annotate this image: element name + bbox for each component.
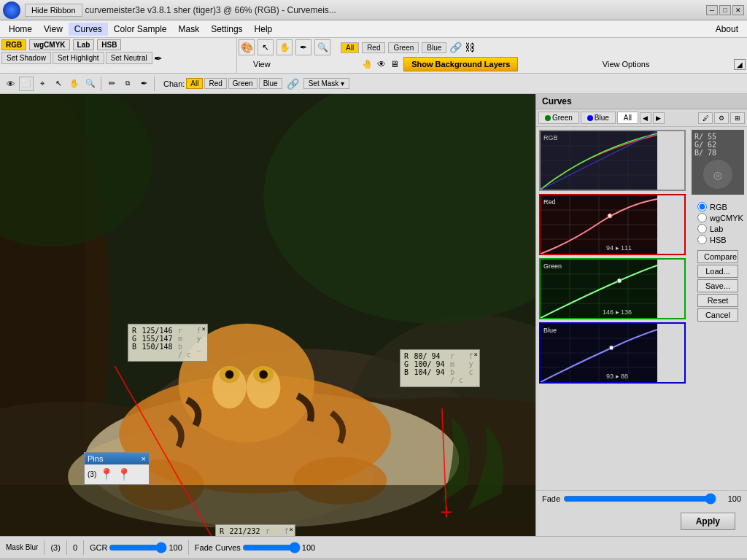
pan-icon[interactable]: ✋ bbox=[276, 39, 293, 55]
svg-point-59 bbox=[609, 346, 614, 350]
color-mode-hsb[interactable]: HSB bbox=[97, 39, 121, 50]
pin-icon-1[interactable]: 📍 bbox=[99, 467, 114, 481]
r-value: 55 bbox=[708, 133, 716, 141]
menu-curves[interactable]: Curves bbox=[69, 23, 108, 36]
close-button[interactable]: ✕ bbox=[732, 5, 744, 15]
copy-icon[interactable]: ⧉ bbox=[120, 77, 135, 91]
menu-color-sample[interactable]: Color Sample bbox=[108, 23, 173, 36]
save-button[interactable]: Save... bbox=[697, 279, 738, 292]
apply-button[interactable]: Apply bbox=[681, 513, 735, 530]
cancel-button[interactable]: Cancel bbox=[697, 308, 738, 322]
pencil-icon[interactable]: ✏ bbox=[104, 77, 119, 91]
radio-rgb[interactable]: RGB bbox=[697, 202, 738, 211]
curves-tool-3[interactable]: ⊞ bbox=[730, 112, 745, 124]
menu-about[interactable]: About bbox=[710, 23, 744, 36]
color-wheel-icon[interactable]: 🎨 bbox=[239, 39, 255, 55]
curves-prev-button[interactable]: ◀ bbox=[640, 112, 651, 124]
curve-thumb-red[interactable]: Red 94 ▸ 111 bbox=[539, 194, 686, 255]
toolbar-right: 🎨 ↖ ✋ ✒ 🔍 All Red Green Blue 🔗 ⛓ View 🤚 … bbox=[237, 38, 747, 73]
shadow-highlight-row: Set Shadow Set Highlight Set Neutral ✒ bbox=[1, 52, 235, 64]
info-box-1-close[interactable]: × bbox=[202, 325, 206, 332]
info1-g-value: 155/147 bbox=[142, 335, 175, 343]
unlink-icon[interactable]: ⛓ bbox=[465, 42, 475, 53]
pen-icon[interactable]: ✒ bbox=[136, 77, 151, 91]
curves-tool-2[interactable]: ⚙ bbox=[714, 112, 729, 124]
menu-home[interactable]: Home bbox=[3, 23, 38, 36]
channel-green[interactable]: Green bbox=[388, 42, 419, 53]
color-mode-wgcmyk[interactable]: wgCMYK bbox=[29, 39, 69, 50]
link2-icon[interactable]: 🔗 bbox=[287, 78, 299, 90]
fade-curves-slider[interactable] bbox=[242, 543, 301, 552]
radio-rgb-input[interactable] bbox=[697, 202, 707, 211]
set-shadow-button[interactable]: Set Shadow bbox=[1, 52, 51, 64]
fade-bar: Fade 100 bbox=[536, 490, 747, 507]
eyedropper-icon[interactable]: ✒ bbox=[295, 39, 311, 55]
menu-mask[interactable]: Mask bbox=[173, 23, 206, 36]
curves-tab-nav: ◀ ▶ bbox=[640, 112, 665, 124]
curves-tab-blue[interactable]: Blue bbox=[581, 112, 616, 124]
color-space-radio-group: RGB wgCMYK Lab HSB bbox=[692, 199, 744, 247]
load-button[interactable]: Load... bbox=[697, 265, 738, 278]
pin-icon-2[interactable]: 📍 bbox=[117, 467, 131, 481]
color-mode-lab[interactable]: Lab bbox=[73, 39, 95, 50]
minimize-button[interactable]: ─ bbox=[706, 5, 718, 15]
curve-thumb-rgb[interactable]: RGB bbox=[539, 130, 686, 191]
channel-all[interactable]: All bbox=[341, 42, 359, 53]
chan-all-button[interactable]: All bbox=[186, 78, 203, 89]
info-box-2: × R 80/ 94 r f G 100/ 94 m y B 104/ 94 b… bbox=[400, 349, 480, 387]
show-background-button[interactable]: Show Background Layers bbox=[403, 57, 518, 71]
radio-hsb[interactable]: HSB bbox=[697, 235, 738, 244]
magnifier-icon[interactable]: 🔍 bbox=[314, 39, 330, 55]
chan-blue-button[interactable]: Blue bbox=[259, 78, 282, 89]
radio-lab-input[interactable] bbox=[697, 224, 707, 233]
set-mask-button[interactable]: Set Mask ▾ bbox=[303, 78, 349, 89]
monitor-icon[interactable]: 🖥 bbox=[390, 59, 399, 69]
secondary-toolbar: 👁 ⬜ ⌖ ↖ ✋ 🔍 ✏ ⧉ ✒ Chan: All Red Green Bl… bbox=[0, 74, 747, 94]
menu-view[interactable]: View bbox=[38, 23, 69, 36]
arrow-icon[interactable]: ↖ bbox=[258, 39, 274, 55]
pan2-icon[interactable]: 🤚 bbox=[362, 59, 373, 69]
fade-slider[interactable] bbox=[563, 494, 716, 504]
curves-tab-all[interactable]: All bbox=[617, 112, 638, 124]
curve-thumb-blue[interactable]: Blue 93 ▸ 88 bbox=[539, 322, 686, 384]
channel-red[interactable]: Red bbox=[362, 42, 385, 53]
curves-next-button[interactable]: ▶ bbox=[653, 112, 665, 124]
eye-icon[interactable]: 👁 bbox=[377, 59, 386, 69]
compare-button[interactable]: Compare bbox=[697, 250, 738, 263]
info-box-2-close[interactable]: × bbox=[474, 351, 478, 358]
pins-close-button[interactable]: × bbox=[142, 454, 146, 463]
hide-ribbon-button[interactable]: Hide Ribbon bbox=[25, 4, 82, 17]
overlay-icon[interactable]: ⬜ bbox=[19, 77, 34, 91]
menu-settings[interactable]: Settings bbox=[205, 23, 248, 36]
pins-content: (3) 📍 📍 bbox=[85, 464, 149, 484]
set-highlight-button[interactable]: Set Highlight bbox=[53, 52, 104, 64]
gcr-slider[interactable] bbox=[109, 543, 167, 552]
menu-help[interactable]: Help bbox=[249, 23, 279, 36]
radio-wgcmyk[interactable]: wgCMYK bbox=[697, 213, 738, 222]
curves-tool-1[interactable]: 🖊 bbox=[698, 112, 713, 124]
eye2-icon[interactable]: 👁 bbox=[3, 77, 18, 91]
curve-thumb-green[interactable]: Green 146 ▸ 136 bbox=[539, 258, 686, 319]
radio-hsb-input[interactable] bbox=[697, 235, 707, 244]
reset-button[interactable]: Reset bbox=[697, 294, 738, 307]
lasso-icon[interactable]: ⌖ bbox=[35, 77, 50, 91]
chan-green-button[interactable]: Green bbox=[228, 78, 258, 89]
info-box-3-close[interactable]: × bbox=[290, 526, 293, 533]
link-icon[interactable]: 🔗 bbox=[449, 42, 462, 53]
hand-icon[interactable]: ✋ bbox=[67, 77, 82, 91]
radio-lab[interactable]: Lab bbox=[697, 224, 738, 233]
radio-wgcmyk-input[interactable] bbox=[697, 213, 707, 222]
view-options-expand-icon[interactable]: ◢ bbox=[734, 59, 746, 70]
curves-panel: Curves Green Blue All ◀ ▶ bbox=[535, 94, 747, 536]
info1-r-value: 125/146 bbox=[142, 327, 175, 335]
color-mode-rgb[interactable]: RGB bbox=[1, 39, 26, 50]
set-neutral-button[interactable]: Set Neutral bbox=[106, 52, 152, 64]
curves-tab-green[interactable]: Green bbox=[538, 112, 579, 124]
channel-blue[interactable]: Blue bbox=[422, 42, 446, 53]
info3-gm-label: m bbox=[266, 535, 282, 536]
maximize-button[interactable]: □ bbox=[719, 5, 731, 15]
cursor-icon[interactable]: ↖ bbox=[51, 77, 66, 91]
chan-red-button[interactable]: Red bbox=[204, 78, 226, 89]
b-readout-row: B/ 78 bbox=[694, 149, 741, 157]
zoom-icon[interactable]: 🔍 bbox=[83, 77, 98, 91]
